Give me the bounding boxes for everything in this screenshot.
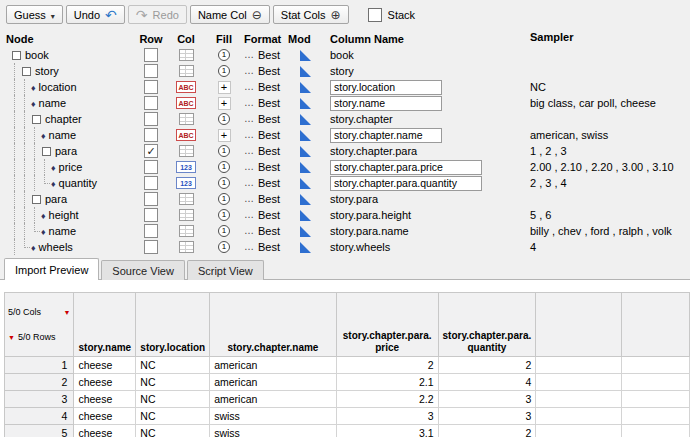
format-more-button[interactable]: …	[244, 146, 254, 156]
modeling-type-icon[interactable]	[300, 162, 311, 173]
format-more-button[interactable]: …	[244, 210, 254, 220]
character-type-icon[interactable]: ABC	[176, 81, 196, 93]
format-value[interactable]: Best	[258, 81, 280, 93]
row-checkbox[interactable]	[144, 208, 158, 222]
tab-script-view[interactable]: Script View	[187, 260, 264, 280]
tree-node-story-chapter[interactable]: chapter	[6, 111, 136, 127]
row-number[interactable]: 3	[5, 391, 74, 408]
fill-plus-icon[interactable]: +	[218, 129, 231, 142]
tree-node-story-location[interactable]: location	[6, 79, 136, 95]
stack-checkbox[interactable]	[368, 8, 382, 22]
modeling-type-icon[interactable]	[300, 50, 311, 61]
format-more-button[interactable]: …	[244, 98, 254, 108]
container-toggle-icon[interactable]	[12, 51, 21, 60]
column-name-input[interactable]	[330, 128, 442, 143]
column-type-icon[interactable]	[179, 225, 194, 237]
modeling-type-icon[interactable]	[300, 82, 311, 93]
format-value[interactable]: Best	[258, 241, 280, 253]
column-name-input[interactable]	[330, 160, 482, 175]
tree-node-story-para-height[interactable]: height	[6, 207, 136, 223]
format-more-button[interactable]: …	[244, 50, 254, 60]
format-more-button[interactable]: …	[244, 162, 254, 172]
tree-node-story-chapter-para-price[interactable]: price	[6, 159, 136, 175]
modeling-type-icon[interactable]	[300, 226, 311, 237]
format-value[interactable]: Best	[258, 161, 280, 173]
modeling-type-icon[interactable]	[300, 242, 311, 253]
column-name-input[interactable]	[330, 96, 442, 111]
column-header-story-location[interactable]: story.location	[136, 293, 210, 357]
modeling-type-icon[interactable]	[300, 98, 311, 109]
row-checkbox[interactable]	[144, 48, 158, 62]
format-more-button[interactable]: …	[244, 226, 254, 236]
row-number[interactable]: 4	[5, 408, 74, 425]
format-value[interactable]: Best	[258, 225, 280, 237]
numeric-type-icon[interactable]: 123	[176, 177, 196, 189]
tree-node-story[interactable]: story	[6, 63, 136, 79]
rows-counter[interactable]: 5/0 Rows	[8, 331, 70, 344]
format-more-button[interactable]: …	[244, 242, 254, 252]
tree-node-book[interactable]: book	[6, 47, 136, 63]
tree-node-story-chapter-para[interactable]: para	[6, 143, 136, 159]
tab-import-preview[interactable]: Import Preview	[4, 258, 99, 280]
format-value[interactable]: Best	[258, 129, 280, 141]
undo-button[interactable]: Undo	[66, 5, 125, 24]
format-value[interactable]: Best	[258, 145, 280, 157]
row-number[interactable]: 5	[5, 425, 74, 437]
row-checkbox[interactable]	[144, 224, 158, 238]
stat-cols-button[interactable]: Stat Cols	[273, 5, 349, 24]
row-checkbox[interactable]	[144, 64, 158, 78]
red-triangle-icon[interactable]	[63, 306, 70, 319]
cols-counter[interactable]: 5/0 Cols	[8, 306, 70, 319]
modeling-type-icon[interactable]	[300, 178, 311, 189]
fill-once-icon[interactable]: 1	[218, 209, 230, 221]
fill-once-icon[interactable]: 1	[218, 241, 230, 253]
format-more-button[interactable]: …	[244, 178, 254, 188]
format-value[interactable]: Best	[258, 113, 280, 125]
modeling-type-icon[interactable]	[300, 114, 311, 125]
format-value[interactable]: Best	[258, 49, 280, 61]
row-checkbox[interactable]	[144, 112, 158, 126]
column-name-input[interactable]	[330, 176, 482, 191]
red-triangle-icon[interactable]	[8, 331, 15, 344]
column-type-icon[interactable]	[179, 193, 194, 205]
format-value[interactable]: Best	[258, 209, 280, 221]
format-more-button[interactable]: …	[244, 194, 254, 204]
column-header-quantity[interactable]: story.chapter.para. quantity	[438, 293, 536, 357]
guess-button[interactable]: Guess	[6, 5, 63, 24]
fill-once-icon[interactable]: 1	[218, 161, 230, 173]
column-header-story-chapter-name[interactable]: story.chapter.name	[210, 293, 337, 357]
column-type-icon[interactable]	[179, 209, 194, 221]
format-more-button[interactable]: …	[244, 66, 254, 76]
format-value[interactable]: Best	[258, 177, 280, 189]
tree-node-story-chapter-name[interactable]: name	[6, 127, 136, 143]
numeric-type-icon[interactable]: 123	[176, 161, 196, 173]
tree-node-story-para-name[interactable]: name	[6, 223, 136, 239]
fill-once-icon[interactable]: 1	[218, 225, 230, 237]
tree-node-story-wheels[interactable]: wheels	[6, 239, 136, 255]
tree-node-story-chapter-para-quantity[interactable]: quantity	[6, 175, 136, 191]
modeling-type-icon[interactable]	[300, 130, 311, 141]
fill-plus-icon[interactable]: +	[218, 97, 231, 110]
character-type-icon[interactable]: ABC	[176, 97, 196, 109]
row-checkbox[interactable]	[144, 192, 158, 206]
row-checkbox[interactable]	[144, 144, 158, 158]
row-checkbox[interactable]	[144, 176, 158, 190]
fill-once-icon[interactable]: 1	[218, 145, 230, 157]
fill-once-icon[interactable]: 1	[218, 65, 230, 77]
format-more-button[interactable]: …	[244, 114, 254, 124]
row-checkbox[interactable]	[144, 240, 158, 254]
tree-node-story-para[interactable]: para	[6, 191, 136, 207]
fill-once-icon[interactable]: 1	[218, 49, 230, 61]
name-col-button[interactable]: Name Col	[190, 5, 270, 24]
redo-button[interactable]: Redo	[128, 5, 187, 24]
row-checkbox[interactable]	[144, 96, 158, 110]
table-corner[interactable]: 5/0 Cols 5/0 Rows	[5, 293, 74, 357]
container-toggle-icon[interactable]	[32, 115, 41, 124]
modeling-type-icon[interactable]	[300, 210, 311, 221]
format-value[interactable]: Best	[258, 193, 280, 205]
column-header-price[interactable]: story.chapter.para. price	[336, 293, 438, 357]
fill-plus-icon[interactable]: +	[218, 81, 231, 94]
column-name-input[interactable]	[330, 80, 442, 95]
format-more-button[interactable]: …	[244, 82, 254, 92]
row-number[interactable]: 2	[5, 374, 74, 391]
